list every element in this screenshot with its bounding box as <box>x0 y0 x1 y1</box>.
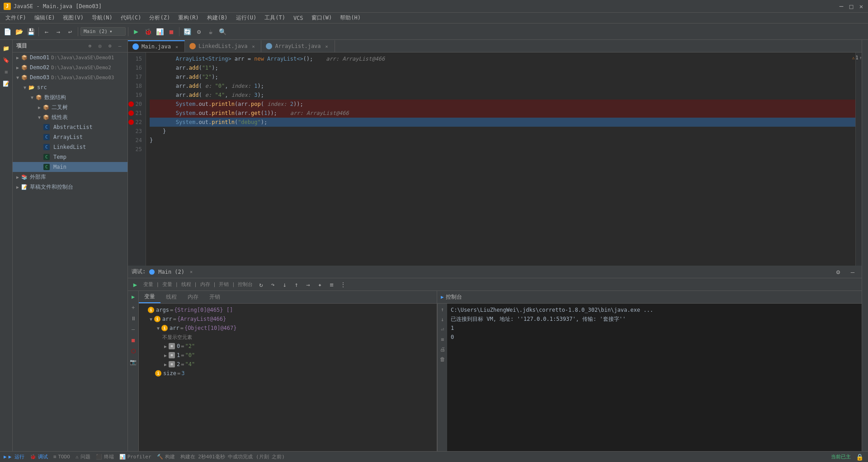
debug-minimize[interactable]: — <box>847 267 858 277</box>
sidebar-project-icon[interactable]: 📁 <box>1 43 11 53</box>
toolbar-back[interactable]: ← <box>41 26 52 37</box>
console-trash[interactable]: 🗑 <box>439 355 447 363</box>
tree-item-demo03[interactable]: ▼ 📦 Demo03 D:\Java\JavaSE\Demo03 <box>13 72 127 82</box>
menu-file[interactable]: 文件(F) <box>2 13 30 23</box>
tree-item-linkedlist[interactable]: C LinkedList <box>13 142 127 152</box>
panel-scroll-to-current[interactable]: ◎ <box>96 42 104 50</box>
debug-resume[interactable]: ▶ <box>130 279 141 290</box>
var-item-arr[interactable]: ▼ i arr = {ArrayList@466} <box>139 314 437 324</box>
menu-build[interactable]: 构建(B) <box>203 13 231 23</box>
tab-close-arraylist[interactable]: ✕ <box>324 43 330 49</box>
menu-help[interactable]: 帮助(H) <box>336 13 364 23</box>
debug-run-to-cursor[interactable]: → <box>302 279 313 290</box>
maximize-button[interactable]: □ <box>848 3 854 10</box>
var-tab-overhead[interactable]: 开销 <box>204 291 226 303</box>
status-profiler[interactable]: 📊 Profiler <box>119 454 151 460</box>
var-item-1[interactable]: ▶ ≡ 1 = "0" <box>139 351 437 360</box>
console-clear[interactable]: ⏎ <box>439 325 447 333</box>
tab-linkedlist-java[interactable]: LinkedList.java ✕ <box>185 40 261 52</box>
debug-rerun[interactable]: ↻ <box>255 279 266 290</box>
var-item-size[interactable]: i size = 3 <box>139 369 437 378</box>
debug-more[interactable]: ⋮ <box>338 279 349 290</box>
status-todo[interactable]: ≡ TODO <box>53 454 70 460</box>
debug-side-run[interactable]: ▶ <box>129 293 137 301</box>
tree-item-demo01[interactable]: ▶ 📦 Demo01 D:\Java\JavaSE\Demo01 <box>13 52 127 62</box>
debug-side-breakpoint[interactable]: ⬡ <box>129 347 137 355</box>
debug-step-out[interactable]: ↑ <box>291 279 302 290</box>
menu-edit[interactable]: 编辑(E) <box>31 13 59 23</box>
debug-side-pause[interactable]: ⏸ <box>129 314 137 323</box>
debug-button[interactable]: 🐞 <box>142 26 153 37</box>
menu-run[interactable]: 运行(U) <box>232 13 260 23</box>
tree-item-scratch[interactable]: ▶ 📝 草稿文件和控制台 <box>13 182 127 192</box>
menu-tools[interactable]: 工具(T) <box>261 13 289 23</box>
run-config-dropdown[interactable]: Main (2) ▾ <box>80 27 126 36</box>
console-print[interactable]: 🖨 <box>439 345 447 353</box>
var-tab-threads[interactable]: 线程 <box>160 291 182 303</box>
menu-vcs[interactable]: VCS <box>290 14 307 22</box>
panel-close[interactable]: — <box>116 42 124 50</box>
menu-view[interactable]: 视图(V) <box>59 13 87 23</box>
sidebar-commit-icon[interactable]: 📝 <box>1 79 11 89</box>
debug-side-camera[interactable]: 📷 <box>129 358 137 366</box>
stop-button[interactable]: ■ <box>166 26 177 37</box>
tree-item-external-libs[interactable]: ▶ 📚 外部库 <box>13 172 127 182</box>
tab-main-java[interactable]: Main.java ✕ <box>128 40 185 52</box>
tree-item-temp[interactable]: C Temp <box>13 152 127 162</box>
var-item-args[interactable]: i args = {String[0]@465} [] <box>139 305 437 314</box>
tab-arraylist-java[interactable]: ArrayList.java ✕ <box>261 40 335 52</box>
tree-item-src[interactable]: ▼ 📂 src <box>13 82 127 92</box>
console-output[interactable]: C:\Users\LiuZhengWei\.jdks\corretto-1.8.… <box>447 304 862 451</box>
debug-evaluate[interactable]: ✦ <box>314 279 325 290</box>
var-tab-variables[interactable]: 变量 <box>139 291 160 303</box>
status-terminal[interactable]: ⬛ 终端 <box>96 453 114 460</box>
panel-collapse-all[interactable]: ⊕ <box>86 42 94 50</box>
console-scroll-down[interactable]: ↓ <box>439 315 447 324</box>
status-debug[interactable]: 🐞 调试 <box>30 453 48 460</box>
menu-analyze[interactable]: 分析(Z) <box>146 13 174 23</box>
close-button[interactable]: ✕ <box>858 3 864 10</box>
sidebar-bookmark-icon[interactable]: 🔖 <box>1 55 11 65</box>
menu-window[interactable]: 窗口(W) <box>308 13 336 23</box>
menu-navigate[interactable]: 导航(N) <box>88 13 116 23</box>
debug-side-stop[interactable]: ■ <box>129 336 137 344</box>
toolbar-sdk[interactable]: ☕ <box>205 26 216 37</box>
run-with-coverage[interactable]: 📊 <box>154 26 165 37</box>
debug-step-into[interactable]: ↓ <box>279 279 290 290</box>
toolbar-open[interactable]: 📂 <box>14 26 24 37</box>
status-run[interactable]: ▶ ▶ 运行 <box>4 453 24 460</box>
menu-code[interactable]: 代码(C) <box>117 13 145 23</box>
console-scroll-up[interactable]: ↑ <box>439 305 447 314</box>
code-content[interactable]: ArrayList<String> arr = new ArrayList<>(… <box>146 52 855 266</box>
toolbar-recent[interactable]: ↩ <box>65 26 75 37</box>
run-button[interactable]: ▶ <box>131 26 142 37</box>
tree-item-binarytree[interactable]: ▶ 📦 二叉树 <box>13 102 127 112</box>
minimize-button[interactable]: ─ <box>838 3 844 10</box>
status-build[interactable]: 🔨 构建 <box>157 453 175 460</box>
tab-close-linkedlist[interactable]: ✕ <box>250 43 256 49</box>
toolbar-forward[interactable]: → <box>53 26 64 37</box>
panel-settings[interactable]: ⚙ <box>106 42 114 50</box>
debug-close[interactable]: ✕ <box>188 269 194 275</box>
status-problems[interactable]: ⚠ 问题 <box>75 453 90 460</box>
debug-step-over[interactable]: ↷ <box>267 279 278 290</box>
status-icon-button[interactable]: 🔒 <box>854 453 864 461</box>
tree-item-abstractlist[interactable]: C AbstractList <box>13 122 127 132</box>
menu-refactor[interactable]: 重构(R) <box>175 13 203 23</box>
debug-show-frames[interactable]: ≡ <box>326 279 337 290</box>
toolbar-new[interactable]: 📄 <box>2 26 13 37</box>
var-tab-memory[interactable]: 内存 <box>182 291 204 303</box>
var-item-0[interactable]: ▶ ≡ 0 = "2" <box>139 342 437 351</box>
tree-item-demo02[interactable]: ▶ 📦 Demo02 D:\Java\JavaSE\Demo2 <box>13 62 127 72</box>
tree-item-datastructure[interactable]: ▼ 📦 数据结构 <box>13 92 127 102</box>
console-wrap[interactable]: ≡ <box>439 335 447 343</box>
tab-close-main[interactable]: ✕ <box>174 43 180 50</box>
debug-settings[interactable]: ⚙ <box>833 267 844 277</box>
toolbar-save[interactable]: 💾 <box>25 26 36 37</box>
toolbar-generate[interactable]: ⚙ <box>193 26 204 37</box>
toolbar-search[interactable]: 🔍 <box>217 26 228 37</box>
debug-side-add[interactable]: + <box>129 304 137 312</box>
debug-side-minus[interactable]: — <box>129 325 137 333</box>
tree-item-main[interactable]: C Main <box>13 162 127 172</box>
tree-item-arraylist[interactable]: C ArrayList <box>13 132 127 142</box>
